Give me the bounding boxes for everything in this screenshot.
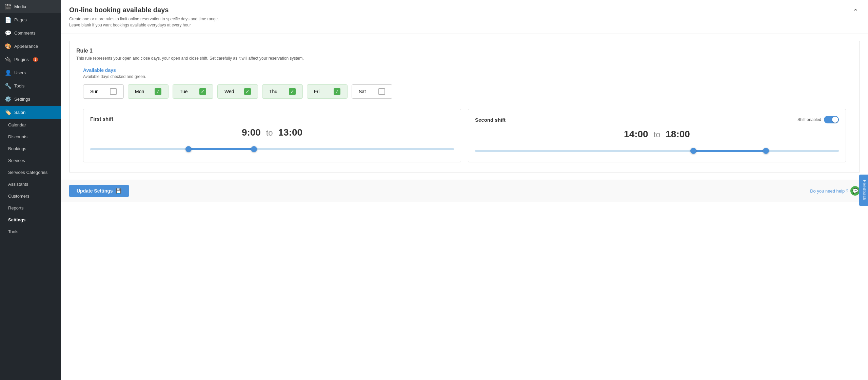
sidebar-label-pages: Pages <box>14 17 27 22</box>
sidebar-item-services-categories[interactable]: Services Categories <box>0 166 61 178</box>
help-chat-icon: 💬 <box>850 186 860 196</box>
sidebar-item-plugins[interactable]: 🔌 Plugins 1 <box>0 53 61 66</box>
content-area: On-line booking available days Create on… <box>61 0 868 380</box>
day-checkbox-sat[interactable] <box>378 88 385 95</box>
sidebar-label-comments: Comments <box>14 31 36 36</box>
sidebar-label-assistants: Assistants <box>8 182 28 187</box>
sidebar-item-tools[interactable]: 🔧 Tools <box>0 79 61 93</box>
users-icon: 👤 <box>5 69 12 76</box>
sidebar-item-media[interactable]: 🎬 Media <box>0 0 61 13</box>
second-shift-box: Second shift Shift enabled 14:00 to 18:0… <box>468 109 846 162</box>
comments-icon: 💬 <box>5 30 12 36</box>
second-shift-to: to <box>653 130 660 139</box>
first-shift-thumb1[interactable] <box>185 146 192 152</box>
sidebar-label-media: Media <box>14 4 26 9</box>
first-shift-title-row: First shift <box>90 116 454 122</box>
sidebar-label-services: Services <box>8 158 25 163</box>
day-checkbox-wed[interactable]: ✓ <box>244 88 251 95</box>
shift-enabled-container: Shift enabled <box>797 116 839 123</box>
help-link[interactable]: Do you need help ? 💬 <box>810 186 860 196</box>
sidebar-item-services[interactable]: Services <box>0 155 61 166</box>
days-row: Sun Mon ✓ Tue ✓ Wed <box>83 84 846 99</box>
day-box-sun[interactable]: Sun <box>83 84 124 99</box>
sidebar-item-customers[interactable]: Customers <box>0 190 61 202</box>
sidebar-item-settings-bottom[interactable]: Settings <box>0 214 61 226</box>
update-settings-button[interactable]: Update Settings 💾 <box>69 185 129 197</box>
day-label-fri: Fri <box>314 89 319 94</box>
day-checkbox-fri[interactable]: ✓ <box>334 88 340 95</box>
section-title: On-line booking available days <box>69 6 219 14</box>
sidebar-item-comments[interactable]: 💬 Comments <box>0 26 61 40</box>
sidebar-label-users: Users <box>14 70 26 75</box>
shifts-row: First shift 9:00 to 13:00 <box>76 102 853 166</box>
day-label-mon: Mon <box>135 89 144 94</box>
sidebar-label-salon: Salon <box>14 110 25 115</box>
available-days-section: Available days Available days checked an… <box>76 67 853 102</box>
appearance-icon: 🎨 <box>5 43 12 49</box>
first-shift-end: 13:00 <box>278 127 303 138</box>
day-checkbox-tue[interactable]: ✓ <box>199 88 206 95</box>
sidebar-item-pages[interactable]: 📄 Pages <box>0 13 61 26</box>
sidebar-item-users[interactable]: 👤 Users <box>0 66 61 79</box>
sidebar-label-customers: Customers <box>8 194 29 199</box>
sidebar-item-assistants[interactable]: Assistants <box>0 178 61 190</box>
first-shift-slider[interactable] <box>90 145 454 154</box>
day-checkbox-thu[interactable]: ✓ <box>289 88 296 95</box>
help-label: Do you need help ? <box>810 188 848 194</box>
second-shift-title: Second shift <box>475 117 506 123</box>
rule-box: Rule 1 This rule represents your open an… <box>69 41 860 173</box>
rule-title: Rule 1 <box>76 48 853 54</box>
sidebar-label-plugins: Plugins <box>14 57 29 62</box>
plugins-icon: 🔌 <box>5 56 12 63</box>
day-label-thu: Thu <box>269 89 277 94</box>
sidebar-item-calendar[interactable]: Calendar <box>0 119 61 131</box>
day-label-tue: Tue <box>180 89 188 94</box>
section-desc1: Create one or more rules to limit online… <box>69 16 219 22</box>
rule-desc: This rule represents your open and close… <box>76 56 853 61</box>
section-header-text: On-line booking available days Create on… <box>69 6 219 28</box>
pages-icon: 📄 <box>5 17 12 23</box>
day-box-thu[interactable]: Thu ✓ <box>262 84 303 99</box>
salon-icon: 🏷️ <box>5 109 12 116</box>
sidebar-item-tools-bottom[interactable]: Tools <box>0 226 61 238</box>
day-box-mon[interactable]: Mon ✓ <box>128 84 169 99</box>
sidebar-item-salon[interactable]: 🏷️ Salon <box>0 106 61 119</box>
first-shift-title: First shift <box>90 116 113 122</box>
sidebar-item-settings[interactable]: ⚙️ Settings <box>0 93 61 106</box>
feedback-tab[interactable]: Feedback <box>860 174 868 206</box>
day-box-wed[interactable]: Wed ✓ <box>217 84 258 99</box>
day-label-wed: Wed <box>224 89 234 94</box>
sidebar: 🎬 Media 📄 Pages 💬 Comments 🎨 Appearance … <box>0 0 61 380</box>
second-shift-slider[interactable] <box>475 146 839 155</box>
collapse-button[interactable]: ⌃ <box>851 6 860 17</box>
day-checkbox-mon[interactable]: ✓ <box>155 88 161 95</box>
day-box-sat[interactable]: Sat <box>352 84 392 99</box>
day-checkbox-sun[interactable] <box>110 88 117 95</box>
second-shift-thumb2[interactable] <box>763 148 769 154</box>
second-shift-end: 18:00 <box>666 129 690 139</box>
tools-icon: 🔧 <box>5 83 12 89</box>
sidebar-item-discounts[interactable]: Discounts <box>0 131 61 143</box>
feedback-label: Feedback <box>862 180 867 200</box>
second-shift-title-row: Second shift Shift enabled <box>475 116 839 123</box>
sidebar-item-reports[interactable]: Reports <box>0 202 61 214</box>
main-content: On-line booking available days Create on… <box>61 0 868 380</box>
sidebar-label-discounts: Discounts <box>8 134 27 139</box>
first-shift-track <box>90 148 454 150</box>
second-shift-start: 14:00 <box>624 129 648 139</box>
second-shift-thumb1[interactable] <box>690 148 696 154</box>
media-icon: 🎬 <box>5 3 12 10</box>
day-box-fri[interactable]: Fri ✓ <box>307 84 348 99</box>
first-shift-fill <box>189 148 254 150</box>
shift-enabled-toggle[interactable] <box>824 116 839 123</box>
available-days-desc: Available days checked and green. <box>83 74 846 79</box>
sidebar-item-appearance[interactable]: 🎨 Appearance <box>0 40 61 53</box>
sidebar-label-services-categories: Services Categories <box>8 170 47 175</box>
sidebar-label-tools-bottom: Tools <box>8 229 18 234</box>
sidebar-label-appearance: Appearance <box>14 44 38 49</box>
sidebar-item-bookings[interactable]: Bookings <box>0 143 61 155</box>
first-shift-thumb2[interactable] <box>251 146 257 152</box>
day-box-tue[interactable]: Tue ✓ <box>173 84 213 99</box>
sidebar-label-reports: Reports <box>8 205 24 211</box>
section-header: On-line booking available days Create on… <box>61 0 868 34</box>
